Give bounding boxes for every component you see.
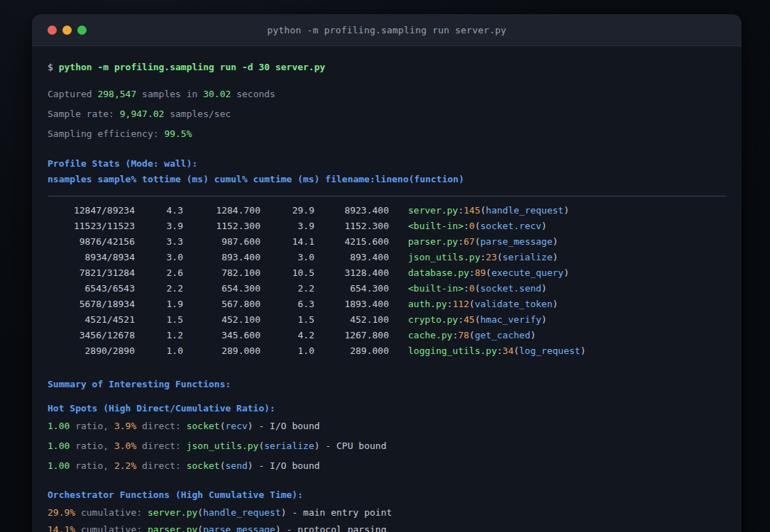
profile-table-header: nsamples sample% tottime (ms) cumul% cum… (48, 173, 726, 186)
zoom-button[interactable] (77, 26, 87, 35)
function-name: validate_token (475, 299, 553, 309)
function-name: execute_query (491, 267, 563, 278)
bound-note: - CPU bound (325, 440, 386, 451)
filename: cache.py (408, 330, 453, 340)
colon: : (447, 299, 453, 309)
hot-spot-item: 1.00 ratio, 3.9% direct: socket(recv) - … (48, 420, 726, 433)
sample-pct-cell: 1.0 (135, 343, 183, 359)
bound-note: - I/O bound (258, 460, 319, 471)
sample-pct-cell: 1.5 (135, 312, 183, 328)
module-name: json_utils.py (187, 440, 259, 451)
module-name: server.py (148, 507, 197, 518)
nsamples-cell: 6543/6543 (48, 281, 135, 297)
nsamples-cell: 3456/12678 (48, 328, 135, 343)
function-name: get_cached (475, 330, 530, 340)
lineno: 23 (486, 252, 497, 262)
rparen: ) (314, 440, 320, 451)
colon: : (463, 283, 469, 294)
ratio-label: ratio, (75, 421, 109, 431)
rparen: ) (563, 205, 569, 216)
orchestrator-item: 14.1% cumulative: parser.py(parse_messag… (48, 523, 726, 532)
capture-prefix: Captured (48, 89, 92, 99)
module-name: socket (187, 421, 220, 431)
cumtime-cell: 289.000 (314, 343, 389, 359)
sample-pct-cell: 2.2 (135, 281, 183, 297)
efficiency-line: Sampling efficiency: 99.5% (48, 128, 726, 140)
sample-pct-cell: 4.3 (135, 203, 183, 218)
function-name: log_request (519, 345, 581, 356)
bound-note: - I/O bound (258, 421, 319, 431)
nsamples-cell: 5678/18934 (48, 297, 135, 312)
lineno: 145 (463, 205, 480, 216)
cumtime-cell: 654.300 (314, 281, 389, 297)
table-row: 8934/89343.0893.4003.0893.400json_utils.… (48, 250, 726, 265)
tottime-cell: 893.400 (183, 250, 260, 265)
hot-spot-item: 1.00 ratio, 2.2% direct: socket(send) - … (48, 460, 726, 472)
tottime-cell: 345.600 (183, 328, 260, 343)
orchestrator-item: 29.9% cumulative: server.py(handle_reque… (48, 506, 726, 519)
filename: database.py (408, 267, 469, 278)
lparen: ( (497, 252, 502, 262)
function-cell: cache.py:78(get_cached) (408, 328, 536, 343)
cumul-pct-cell: 4.2 (260, 328, 314, 343)
lparen: ( (475, 221, 480, 231)
cumtime-cell: 4215.600 (314, 234, 389, 250)
cumtime-cell: 452.100 (314, 312, 389, 328)
window-title: python -m profiling.sampling run server.… (267, 25, 506, 35)
tottime-cell: 567.800 (183, 297, 260, 312)
function-cell: database.py:89(execute_query) (408, 265, 569, 281)
lparen: ( (480, 205, 486, 216)
function-name: parse_message (480, 236, 553, 247)
lparen: ( (475, 236, 480, 247)
orchestrators-title: Orchestrator Functions (High Cumulative … (48, 489, 726, 501)
tottime-cell: 1152.300 (183, 218, 260, 234)
function-name: socket.recv (480, 221, 541, 231)
function-name: handle_request (203, 507, 281, 518)
direct-pct-value: 3.9% (114, 421, 136, 431)
nsamples-cell: 8934/8934 (48, 250, 135, 265)
cumulative-label: cumulative: (81, 524, 142, 532)
cumul-pct-cell: 14.1 (260, 234, 314, 250)
filename: server.py (408, 205, 458, 216)
lineno: 45 (463, 314, 475, 325)
command-line: $ python -m profiling.sampling run -d 30… (48, 61, 726, 74)
hot-spots-title: Hot Spots (High Direct/Cumulative Ratio)… (48, 402, 726, 415)
cumul-pct-cell: 10.5 (260, 265, 314, 281)
rparen: ) (563, 267, 569, 278)
table-row: 3456/126781.2345.6004.21267.800cache.py:… (48, 328, 726, 343)
minimize-button[interactable] (62, 26, 72, 35)
function-cell: auth.py:112(validate_token) (408, 297, 558, 312)
function-cell: logging_utils.py:34(log_request) (408, 343, 585, 359)
efficiency-value: 99.5% (164, 128, 192, 139)
cumul-pct-cell: 1.0 (260, 343, 314, 359)
function-name: socket.send (480, 283, 541, 294)
lineno: 89 (475, 267, 486, 278)
capture-suffix: seconds (236, 89, 275, 99)
nsamples-cell: 4521/4521 (48, 312, 135, 328)
function-name: recv (226, 421, 248, 431)
lparen: ( (197, 507, 203, 518)
capture-duration-value: 30.02 (203, 89, 231, 99)
module-name: parser.py (148, 524, 197, 532)
cumulative-pct-value: 29.9% (48, 507, 75, 518)
cumtime-cell: 8923.400 (314, 203, 389, 218)
lineno: 0 (469, 221, 475, 231)
function-name: hmac_verify (480, 314, 541, 325)
direct-label: direct: (142, 460, 181, 471)
capture-summary-line: Captured 298,547 samples in 30.02 second… (48, 88, 726, 101)
module-name: socket (187, 460, 220, 471)
function-cell: json_utils.py:23(serialize) (408, 250, 558, 265)
tottime-cell: 654.300 (183, 281, 260, 297)
function-cell: crypto.py:45(hmac_verify) (408, 312, 547, 328)
close-button[interactable] (48, 26, 57, 35)
title-bar: python -m profiling.sampling run server.… (32, 14, 742, 46)
table-row: 2890/28901.0289.0001.0289.000logging_uti… (48, 343, 726, 359)
lparen: ( (475, 283, 480, 294)
filename: json_utils.py (408, 252, 480, 262)
window-controls (48, 14, 87, 45)
sample-pct-cell: 3.9 (135, 218, 183, 234)
colon: : (463, 221, 469, 231)
sample-pct-cell: 1.9 (135, 297, 183, 312)
rparen: ) (553, 236, 559, 247)
direct-pct-value: 2.2% (114, 460, 136, 471)
